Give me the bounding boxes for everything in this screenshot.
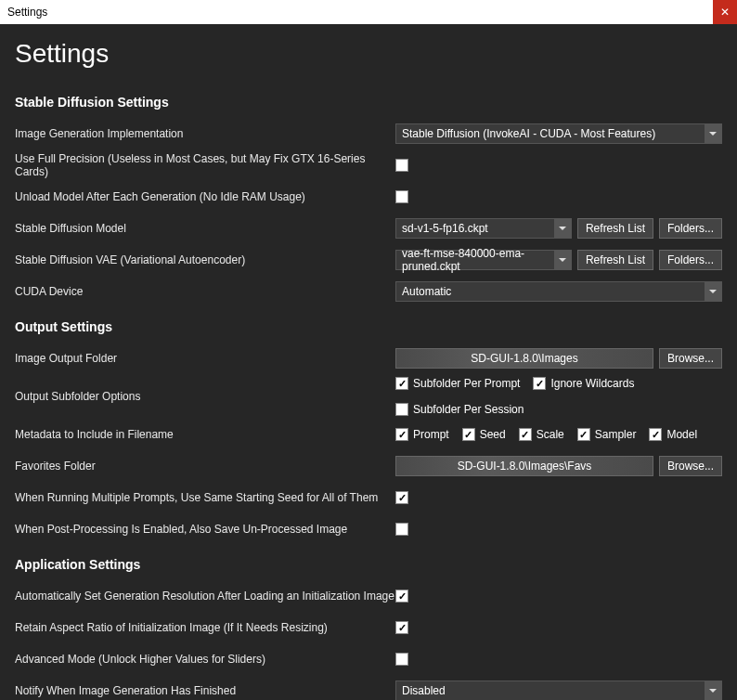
checkbox-subfolder-per-prompt[interactable]: [395, 377, 408, 390]
row-output-folder: Image Output Folder SD-GUI-1.8.0\Images …: [15, 345, 722, 371]
select-sd-vae[interactable]: vae-ft-mse-840000-ema-pruned.ckpt: [395, 250, 572, 270]
checkbox-retain-aspect[interactable]: [395, 621, 408, 634]
select-cuda-device-value: Automatic: [402, 285, 451, 298]
content-area: Settings Stable Diffusion Settings Image…: [0, 24, 737, 700]
row-notify-finished: Notify When Image Generation Has Finishe…: [15, 678, 722, 700]
titlebar: Settings ✕: [0, 0, 737, 24]
row-unload-model: Unload Model After Each Generation (No I…: [15, 184, 722, 210]
row-favorites-folder: Favorites Folder SD-GUI-1.8.0\Images\Fav…: [15, 453, 722, 479]
label-auto-resolution: Automatically Set Generation Resolution …: [15, 590, 395, 603]
row-subfolder-options: Output Subfolder Options Subfolder Per P…: [15, 377, 722, 416]
label-sd-vae: Stable Diffusion VAE (Variational Autoen…: [15, 253, 395, 266]
checkbox-meta-prompt[interactable]: [395, 428, 408, 441]
label-sd-model: Stable Diffusion Model: [15, 222, 395, 235]
checkbox-full-precision[interactable]: [395, 159, 408, 172]
label-save-unprocessed: When Post-Processing Is Enabled, Also Sa…: [15, 523, 395, 536]
label-same-seed: When Running Multiple Prompts, Use Same …: [15, 491, 395, 504]
checkbox-meta-seed[interactable]: [462, 428, 475, 441]
browse-favorites-button[interactable]: Browse...: [659, 456, 722, 476]
label-meta-sampler: Sampler: [595, 428, 637, 441]
checkbox-meta-sampler[interactable]: [577, 428, 590, 441]
refresh-model-button[interactable]: Refresh List: [577, 218, 653, 239]
browse-output-button[interactable]: Browse...: [659, 348, 722, 369]
checkbox-meta-model[interactable]: [649, 428, 662, 441]
row-metadata-filename: Metadata to Include in Filename Prompt S…: [15, 421, 722, 447]
chevron-down-icon: [705, 282, 721, 301]
select-implementation[interactable]: Stable Diffusion (InvokeAI - CUDA - Most…: [395, 123, 722, 144]
select-implementation-value: Stable Diffusion (InvokeAI - CUDA - Most…: [402, 127, 655, 140]
label-unload-model: Unload Model After Each Generation (No I…: [15, 190, 395, 203]
label-cuda-device: CUDA Device: [15, 285, 395, 298]
checkbox-subfolder-per-session[interactable]: [395, 403, 408, 416]
select-cuda-device[interactable]: Automatic: [395, 281, 722, 302]
refresh-vae-button[interactable]: Refresh List: [577, 250, 653, 270]
row-retain-aspect: Retain Aspect Ratio of Initialization Im…: [15, 615, 722, 641]
chevron-down-icon: [705, 681, 721, 700]
label-subfolder-per-prompt: Subfolder Per Prompt: [413, 377, 520, 390]
label-implementation: Image Generation Implementation: [15, 127, 395, 140]
folders-model-button[interactable]: Folders...: [659, 218, 722, 239]
label-ignore-wildcards: Ignore Wildcards: [550, 377, 634, 390]
label-advanced-mode: Advanced Mode (Unlock Higher Values for …: [15, 653, 395, 666]
label-meta-seed: Seed: [480, 428, 506, 441]
output-folder-path: SD-GUI-1.8.0\Images: [395, 348, 653, 369]
label-full-precision: Use Full Precision (Useless in Most Case…: [15, 152, 395, 178]
label-metadata-filename: Metadata to Include in Filename: [15, 428, 395, 441]
favorites-folder-path: SD-GUI-1.8.0\Images\Favs: [395, 456, 653, 476]
checkbox-auto-resolution[interactable]: [395, 590, 408, 603]
select-sd-model-value: sd-v1-5-fp16.ckpt: [402, 222, 488, 235]
label-subfolder-per-session: Subfolder Per Session: [413, 403, 524, 416]
row-sd-vae: Stable Diffusion VAE (Variational Autoen…: [15, 247, 722, 273]
section-sd-heading: Stable Diffusion Settings: [15, 95, 722, 110]
row-implementation: Image Generation Implementation Stable D…: [15, 121, 722, 147]
label-meta-model: Model: [666, 428, 697, 441]
label-subfolder-options: Output Subfolder Options: [15, 390, 395, 403]
row-cuda-device: CUDA Device Automatic: [15, 279, 722, 305]
chevron-down-icon: [554, 251, 571, 269]
checkbox-save-unprocessed[interactable]: [395, 523, 408, 536]
chevron-down-icon: [705, 124, 721, 143]
section-app-heading: Application Settings: [15, 557, 722, 572]
label-favorites-folder: Favorites Folder: [15, 460, 395, 473]
checkbox-same-seed[interactable]: [395, 491, 408, 504]
label-notify-finished: Notify When Image Generation Has Finishe…: [15, 684, 395, 697]
select-notify-finished[interactable]: Disabled: [395, 681, 722, 700]
row-advanced-mode: Advanced Mode (Unlock Higher Values for …: [15, 646, 722, 672]
checkbox-ignore-wildcards[interactable]: [533, 377, 546, 390]
section-output-heading: Output Settings: [15, 319, 722, 334]
label-meta-scale: Scale: [537, 428, 564, 441]
checkbox-meta-scale[interactable]: [519, 428, 532, 441]
close-button[interactable]: ✕: [713, 0, 737, 24]
row-full-precision: Use Full Precision (Useless in Most Case…: [15, 152, 722, 178]
label-output-folder: Image Output Folder: [15, 352, 395, 365]
row-save-unprocessed: When Post-Processing Is Enabled, Also Sa…: [15, 516, 722, 542]
label-meta-prompt: Prompt: [413, 428, 449, 441]
label-retain-aspect: Retain Aspect Ratio of Initialization Im…: [15, 621, 395, 634]
checkbox-advanced-mode[interactable]: [395, 653, 408, 666]
row-same-seed: When Running Multiple Prompts, Use Same …: [15, 485, 722, 511]
row-auto-resolution: Automatically Set Generation Resolution …: [15, 583, 722, 609]
select-sd-model[interactable]: sd-v1-5-fp16.ckpt: [395, 218, 572, 239]
folders-vae-button[interactable]: Folders...: [659, 250, 722, 270]
page-title: Settings: [15, 39, 722, 69]
row-sd-model: Stable Diffusion Model sd-v1-5-fp16.ckpt…: [15, 215, 722, 241]
checkbox-unload-model[interactable]: [395, 190, 408, 203]
select-sd-vae-value: vae-ft-mse-840000-ema-pruned.ckpt: [402, 247, 565, 273]
chevron-down-icon: [554, 219, 571, 238]
window-title: Settings: [7, 6, 47, 19]
close-icon: ✕: [720, 6, 730, 19]
select-notify-finished-value: Disabled: [402, 684, 446, 697]
